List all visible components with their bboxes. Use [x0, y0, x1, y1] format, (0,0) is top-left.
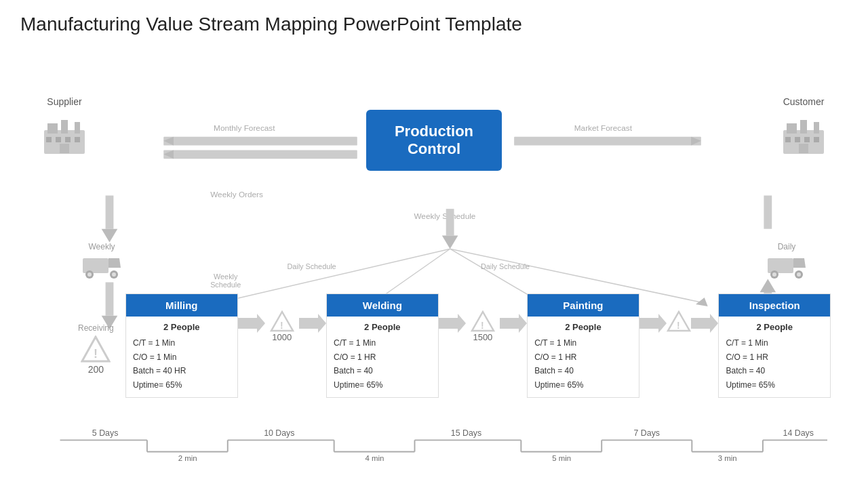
svg-text:!: !	[280, 320, 283, 331]
svg-text:3 min: 3 min	[718, 454, 737, 462]
svg-point-57	[112, 272, 116, 277]
svg-marker-33	[760, 279, 776, 293]
inv-1000-block: ! 1000	[265, 293, 300, 342]
svg-text:7 Days: 7 Days	[634, 428, 660, 438]
supplier-truck-block: Weekly	[81, 242, 122, 280]
painting-header: Painting	[528, 294, 639, 317]
inspection-people: 2 People	[726, 322, 823, 332]
svg-text:!: !	[481, 320, 484, 331]
receiving-block: Receiving ! 200	[78, 323, 114, 375]
milling-body: 2 People C/T = 1 Min C/O = 1 Min Batch =…	[126, 317, 237, 397]
supplier-label: Supplier	[47, 96, 81, 107]
svg-rect-6	[163, 150, 357, 159]
svg-text:14 Days: 14 Days	[783, 428, 814, 438]
svg-marker-76	[639, 314, 667, 333]
inv-1500: 1500	[473, 332, 492, 342]
svg-rect-35	[47, 123, 58, 134]
supplier-inventory-num: 200	[88, 364, 104, 375]
painting-people: 2 People	[534, 322, 632, 332]
svg-point-65	[797, 272, 801, 277]
svg-text:Schedule: Schedule	[210, 281, 241, 289]
supplier-truck-icon	[81, 253, 122, 280]
warn-painting-inspection: !	[667, 293, 692, 332]
vsm-diagram: Monthly Forecast Weekly Orders Market Fo…	[20, 42, 848, 476]
svg-text:4 min: 4 min	[366, 454, 384, 462]
processes-area: Milling 2 People C/T = 1 Min C/O = 1 Min…	[125, 293, 831, 398]
svg-marker-11	[691, 137, 701, 146]
svg-rect-40	[65, 137, 71, 142]
svg-rect-29	[106, 282, 114, 315]
welding-header: Welding	[327, 294, 438, 317]
svg-rect-48	[795, 137, 800, 142]
inspection-body: 2 People C/T = 1 Min C/O = 1 HR Batch = …	[719, 317, 830, 397]
inv-1500-block: ! 1500	[466, 293, 500, 342]
svg-rect-39	[56, 137, 61, 142]
timeline: 5 Days 2 min 10 Days 4 min 15 Days	[41, 426, 827, 464]
svg-rect-42	[60, 144, 69, 153]
arrow-inv-welding	[299, 293, 326, 333]
svg-rect-44	[787, 123, 797, 134]
arrow-painting-inspection	[639, 293, 667, 333]
warning-icon-2: !	[471, 310, 495, 332]
process-painting: Painting 2 People C/T = 1 Min C/O = 1 HR…	[527, 293, 639, 398]
svg-text:Daily  Schedule: Daily Schedule	[481, 262, 530, 270]
diagram-svg: Monthly Forecast Weekly Orders Market Fo…	[20, 42, 848, 476]
svg-marker-7	[163, 150, 174, 159]
weekly-label: Weekly	[88, 242, 115, 251]
production-control-label: ProductionControl	[395, 123, 473, 158]
timeline-svg: 5 Days 2 min 10 Days 4 min 15 Days	[41, 426, 827, 464]
svg-marker-68	[238, 314, 265, 333]
welding-details: C/T = 1 Min C/O = 1 HR Batch = 40 Uptime…	[334, 336, 431, 392]
svg-text:Weekly Schedule: Weekly Schedule	[414, 211, 475, 221]
customer-label: Customer	[783, 96, 825, 107]
arrow-inv-inspection	[691, 293, 718, 333]
svg-text:5 min: 5 min	[552, 454, 571, 462]
process-welding: Welding 2 People C/T = 1 Min C/O = 1 HR …	[326, 293, 439, 398]
customer-truck-icon	[766, 253, 807, 280]
svg-text:Market Forecast: Market Forecast	[574, 123, 633, 133]
svg-rect-41	[75, 137, 80, 142]
svg-text:!: !	[677, 320, 680, 331]
svg-rect-50	[814, 137, 819, 142]
svg-rect-13	[446, 209, 454, 235]
warning-icon-3: !	[667, 310, 691, 332]
customer-block: Customer	[780, 96, 827, 157]
svg-rect-47	[785, 137, 791, 142]
svg-text:15 Days: 15 Days	[451, 428, 481, 438]
svg-marker-14	[442, 236, 458, 249]
milling-people: 2 People	[133, 322, 231, 332]
chevron-arrow-1	[238, 314, 265, 333]
svg-text:5 Days: 5 Days	[92, 428, 118, 438]
production-control-box: ProductionControl	[366, 110, 502, 171]
customer-truck-block: Daily	[766, 242, 807, 280]
welding-body: 2 People C/T = 1 Min C/O = 1 HR Batch = …	[327, 317, 438, 397]
chevron-arrow-2	[299, 314, 326, 333]
daily-label: Daily	[778, 242, 796, 251]
supplier-factory-icon	[41, 110, 88, 157]
page-title: Manufacturing Value Stream Mapping Power…	[20, 14, 848, 35]
svg-marker-5	[163, 137, 174, 146]
svg-rect-36	[61, 120, 68, 134]
svg-text:2 min: 2 min	[178, 454, 197, 462]
painting-body: 2 People C/T = 1 Min C/O = 1 HR Batch = …	[528, 317, 639, 397]
svg-rect-31	[764, 195, 772, 228]
svg-rect-60	[768, 258, 793, 273]
svg-rect-27	[106, 195, 114, 228]
supplier-block: Supplier	[41, 96, 88, 157]
svg-marker-72	[439, 314, 466, 333]
inspection-header: Inspection	[719, 294, 830, 317]
welding-people: 2 People	[334, 322, 431, 332]
inv-1000: 1000	[272, 332, 292, 342]
svg-text:Monthly Forecast: Monthly Forecast	[214, 123, 275, 133]
customer-factory-icon	[780, 110, 827, 157]
svg-rect-10	[514, 137, 701, 146]
svg-text:10 Days: 10 Days	[264, 428, 294, 438]
svg-marker-79	[691, 314, 718, 333]
svg-rect-49	[804, 137, 810, 142]
svg-rect-38	[46, 137, 52, 142]
arrow-welding-painting	[439, 293, 466, 333]
svg-rect-37	[75, 122, 80, 134]
svg-marker-61	[793, 258, 806, 268]
svg-rect-52	[83, 258, 108, 273]
supplier-warning-icon: !	[81, 336, 111, 363]
